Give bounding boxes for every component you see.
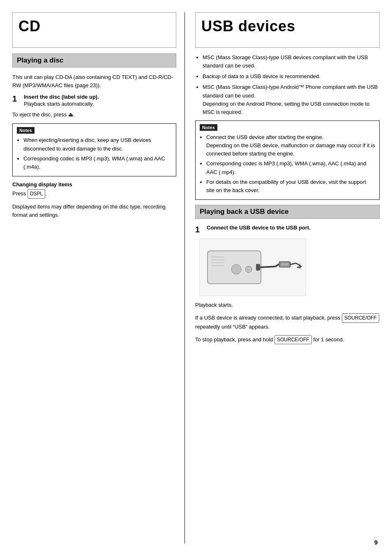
stop-playback-text2: for 1 second. [313, 336, 344, 343]
cd-note-2: Corresponding codec is MP3 (.mp3), WMA (… [23, 155, 172, 171]
cd-notes-list: When ejecting/inserting a disc, keep any… [17, 136, 172, 171]
usb-note-2: Corresponding codec is MP3 (.mp3), WMA (… [206, 160, 375, 176]
usb-bullet-1: MSC (Mass Storage Class)-type USB device… [203, 53, 380, 70]
dspl-button[interactable]: DSPL [28, 189, 45, 199]
stop-playback-text1: To stop playback, press and hold [195, 336, 273, 343]
source-off-button-2[interactable]: SOURCE/OFF [274, 335, 312, 345]
usb-bullets: MSC (Mass Storage Class)-type USB device… [195, 53, 380, 116]
svg-point-5 [231, 264, 241, 274]
svg-rect-9 [281, 263, 289, 266]
cd-notes-box: Notes When ejecting/inserting a disc, ke… [12, 123, 176, 176]
playing-disc-heading: Playing a disc [12, 53, 176, 67]
page-number: 9 [374, 539, 378, 546]
usb-section: USB devices MSC (Mass Storage Class)-typ… [185, 12, 380, 544]
cd-section: CD Playing a disc This unit can play CD-… [12, 12, 185, 544]
already-connected-text1: If a USB device is already connected, to… [195, 315, 340, 321]
cd-title-box: CD [12, 12, 176, 48]
step-number-1: 1 [12, 94, 21, 108]
cd-notes-label: Notes [17, 127, 35, 134]
press-dspl-text: Press [12, 190, 26, 197]
step1-sub: Playback starts automatically. [24, 101, 94, 107]
usb-device-image [199, 239, 306, 296]
cd-title: CD [18, 18, 170, 35]
eject-line: To eject the disc, press ⏏. [12, 111, 176, 118]
page: CD Playing a disc This unit can play CD-… [0, 0, 392, 556]
dspl-period: . [45, 190, 47, 197]
step1-content: Insert the disc (label side up). Playbac… [24, 94, 176, 108]
already-connected-para: If a USB device is already connected, to… [195, 313, 380, 331]
usb-note-3: For details on the compatibility of your… [206, 178, 375, 195]
eject-text: To eject the disc, press ⏏. [12, 111, 74, 118]
usb-note-1: Connect the USB device after starting th… [206, 133, 375, 158]
playing-back-heading: Playing back a USB device [195, 205, 380, 219]
press-dspl-line: Press DSPL. [12, 189, 176, 199]
usb-title: USB devices [201, 18, 374, 35]
cd-step1: 1 Insert the disc (label side up). Playb… [12, 94, 176, 108]
cd-intro-text: This unit can play CD-DA (also containin… [12, 73, 176, 90]
usb-notes-box: Notes Connect the USB device after start… [195, 120, 380, 200]
usb-notes-label: Notes [200, 124, 217, 131]
android-extra-text: Depending on the Android Phone, setting … [203, 101, 369, 115]
two-column-layout: CD Playing a disc This unit can play CD-… [12, 12, 380, 544]
display-items-text: Displayed items may differ depending on … [12, 203, 176, 219]
usb-bullet-3: MSC (Mass Storage Class)-type Android™ P… [203, 83, 380, 116]
usb-step1: 1 Connect the USB device to the USB port… [195, 225, 380, 234]
usb-title-box: USB devices [195, 12, 380, 48]
svg-point-6 [245, 266, 252, 273]
stop-playback-para: To stop playback, press and hold SOURCE/… [195, 335, 380, 345]
source-off-button-1[interactable]: SOURCE/OFF [342, 313, 379, 323]
changing-display-heading: Changing display items [12, 181, 176, 188]
usb-step1-bold: Connect the USB device to the USB port. [207, 225, 311, 231]
playback-starts-text: Playback starts. [195, 301, 380, 309]
usb-bullet-2: Backup of data to a USB device is recomm… [203, 72, 380, 81]
usb-notes-list: Connect the USB device after starting th… [200, 133, 375, 195]
usb-illustration [203, 243, 302, 292]
usb-step1-content: Connect the USB device to the USB port. [207, 225, 380, 234]
already-connected-text2: repeatedly until “USB” appears. [195, 324, 270, 330]
step1-bold: Insert the disc (label side up). [24, 94, 99, 100]
cd-note-1: When ejecting/inserting a disc, keep any… [23, 136, 172, 153]
usb-step-number-1: 1 [195, 225, 204, 234]
